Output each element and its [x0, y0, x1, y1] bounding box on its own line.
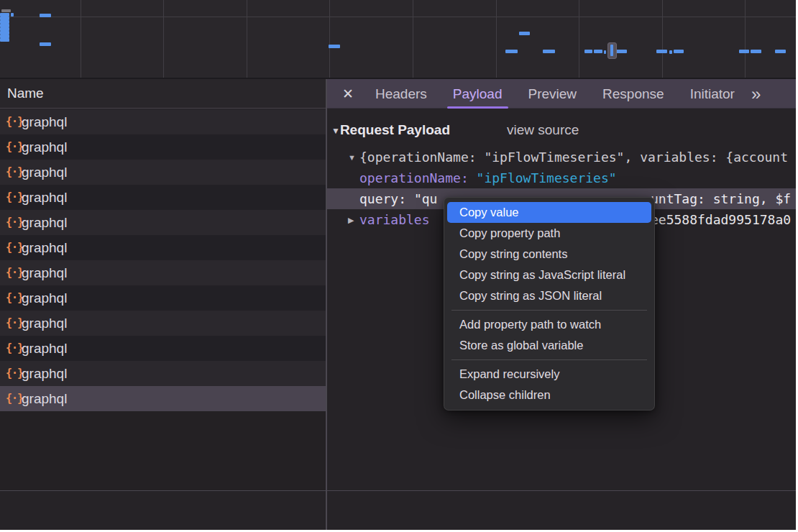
request-payload-section-header[interactable]: ▼Request Payload view source [326, 119, 796, 142]
request-name: graphql [22, 160, 67, 185]
tab-headers[interactable]: Headers [364, 79, 438, 109]
waterfall-bar [656, 50, 667, 53]
waterfall-bar [751, 50, 761, 53]
name-column-label: Name [7, 86, 44, 101]
tab-response[interactable]: Response [592, 79, 675, 109]
property-value: "ipFlowTimeseries" [477, 170, 617, 185]
menu-item-copy-value[interactable]: Copy value [447, 202, 651, 223]
view-source-link[interactable]: view source [507, 119, 579, 142]
timeline-gray-bar [1, 9, 11, 12]
menu-item-store-as-global-variable[interactable]: Store as global variable [444, 335, 654, 356]
json-braces-icon: {·} [0, 336, 22, 361]
request-name: graphql [22, 285, 67, 311]
property-key: operationName: [359, 170, 469, 185]
request-row[interactable]: {·}graphql [0, 386, 326, 411]
devtools-window: Name {·}graphql{·}graphql{·}graphql{·}gr… [0, 0, 796, 530]
request-row[interactable]: {·}graphql [0, 210, 326, 235]
expand-icon[interactable]: ▼ [348, 147, 359, 168]
json-braces-icon: {·} [0, 361, 22, 386]
timeline-gridline [745, 0, 746, 78]
request-row[interactable]: {·}graphql [0, 285, 326, 311]
request-row[interactable]: {·}graphql [0, 235, 326, 260]
tab-preview[interactable]: Preview [518, 79, 588, 109]
request-name: graphql [22, 210, 67, 235]
waterfall-bar [584, 50, 592, 53]
request-row[interactable]: {·}graphql [0, 134, 326, 160]
payload-row-root[interactable]: ▼{operationName: "ipFlowTimeseries", var… [326, 147, 796, 168]
json-braces-icon: {·} [0, 160, 22, 185]
network-panel-body: Name {·}graphql{·}graphql{·}graphql{·}gr… [0, 79, 796, 490]
request-row[interactable]: {·}graphql [0, 109, 326, 134]
menu-item-add-property-path-to-watch[interactable]: Add property path to watch [444, 314, 654, 335]
request-list-panel: Name {·}graphql{·}graphql{·}graphql{·}gr… [0, 79, 326, 490]
timeline-gridline [247, 0, 247, 78]
request-name: graphql [22, 311, 67, 336]
request-row[interactable]: {·}graphql [0, 311, 326, 336]
waterfall-bar [674, 50, 684, 53]
menu-item-copy-string-contents[interactable]: Copy string contents [444, 244, 654, 265]
status-bar [0, 490, 796, 530]
expand-icon[interactable]: ▶ [348, 210, 359, 230]
property-key: variables [359, 212, 430, 227]
waterfall-bar [505, 50, 518, 53]
waterfall-bar [40, 42, 51, 46]
name-column-header[interactable]: Name [0, 79, 326, 109]
timeline-gridline [329, 0, 330, 78]
json-braces-icon: {·} [0, 260, 22, 285]
more-tabs-icon[interactable]: » [751, 79, 759, 109]
menu-item-copy-property-path[interactable]: Copy property path [444, 223, 654, 244]
request-name: graphql [22, 185, 67, 210]
request-name: graphql [22, 109, 67, 134]
property-value-left: "qu [414, 191, 438, 206]
payload-row-operation-name[interactable]: operationName: "ipFlowTimeseries" [326, 168, 796, 188]
waterfall-bar [0, 38, 9, 42]
waterfall-bar [11, 13, 14, 17]
waterfall-bar [739, 50, 749, 53]
timeline-gridline [0, 17, 796, 17]
tab-initiator[interactable]: Initiator [679, 79, 746, 109]
timeline-gridline [662, 0, 663, 78]
request-name: graphql [22, 361, 67, 386]
waterfall-bar [543, 50, 555, 53]
close-icon[interactable]: ✕ [336, 86, 360, 102]
request-row[interactable]: {·}graphql [0, 160, 326, 185]
json-braces-icon: {·} [0, 235, 22, 260]
request-name: graphql [22, 386, 67, 411]
waterfall-bar [594, 50, 602, 53]
section-title: Request Payload [340, 122, 450, 137]
timeline-gridline [413, 0, 413, 78]
timeline-selection-marker-bar [610, 45, 613, 56]
waterfall-bar [669, 50, 672, 54]
property-preview-right: ee5588fdad995178a0 [651, 209, 791, 230]
json-braces-icon: {·} [0, 311, 22, 336]
request-list: {·}graphql{·}graphql{·}graphql{·}graphql… [0, 109, 326, 490]
menu-item-copy-string-as-json-literal[interactable]: Copy string as JSON literal [444, 285, 654, 306]
timeline-gridline [81, 0, 81, 78]
timeline-gridline [496, 0, 497, 78]
timeline-gridline [163, 0, 164, 78]
menu-item-copy-string-as-javascript-literal[interactable]: Copy string as JavaScript literal [444, 265, 654, 285]
menu-item-collapse-children[interactable]: Collapse children [444, 385, 654, 405]
request-row[interactable]: {·}graphql [0, 361, 326, 386]
section-collapse-icon[interactable]: ▼ [331, 126, 340, 136]
request-row[interactable]: {·}graphql [0, 336, 326, 361]
timeline-gridline [579, 0, 579, 78]
context-menu: Copy valueCopy property pathCopy string … [444, 197, 655, 411]
waterfall-bar [329, 45, 340, 48]
menu-item-expand-recursively[interactable]: Expand recursively [444, 364, 654, 385]
root-preview-text: {operationName: "ipFlowTimeseries", vari… [359, 150, 788, 165]
tab-payload[interactable]: Payload [442, 79, 513, 109]
panel-split-divider[interactable] [326, 79, 327, 530]
waterfall-bar [519, 32, 530, 35]
json-braces-icon: {·} [0, 185, 22, 210]
request-row[interactable]: {·}graphql [0, 185, 326, 210]
network-overview-timeline[interactable] [0, 0, 796, 79]
request-name: graphql [22, 235, 67, 260]
json-braces-icon: {·} [0, 210, 22, 235]
request-row[interactable]: {·}graphql [0, 260, 326, 285]
waterfall-bar [775, 50, 786, 53]
request-name: graphql [22, 336, 67, 361]
json-braces-icon: {·} [0, 134, 22, 160]
property-key: query: [359, 191, 406, 206]
request-name: graphql [22, 260, 67, 285]
